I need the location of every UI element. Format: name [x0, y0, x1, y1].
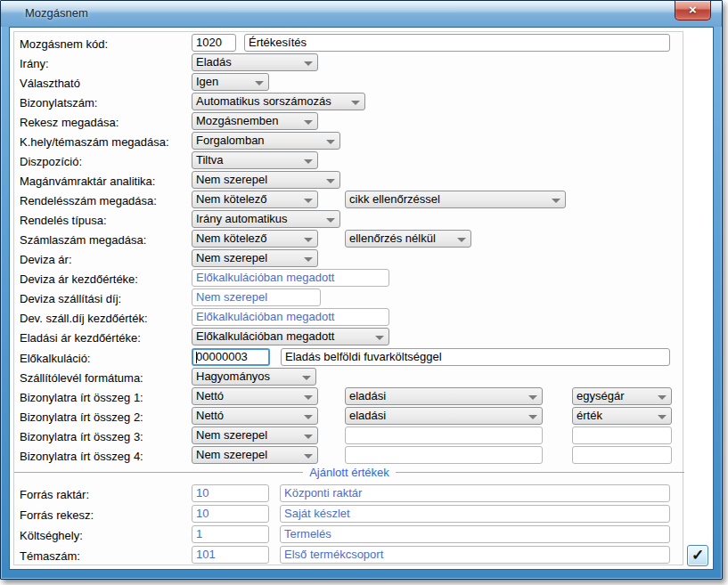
valaszthato-label: Választható: [20, 75, 80, 93]
bizonylatszam-label: Bizonylatszám:: [20, 94, 97, 112]
elokalkulacio-label: Előkalkuláció:: [20, 350, 91, 368]
temaszam-kod-field[interactable]: 101: [192, 546, 269, 564]
chevron-down-icon: [351, 101, 360, 105]
dialog-body: Mozgásnem kód: 1020 Értékesítés Irány: E…: [9, 27, 714, 570]
chevron-down-icon: [304, 257, 313, 262]
szamlaszam-select[interactable]: Nem kötelező: [192, 230, 318, 248]
screen: Mozgásnem × Mozgásnem kód: 1020 Értékesí…: [0, 0, 728, 585]
osszeg3-select[interactable]: Nem szerepel: [192, 427, 318, 444]
chevron-down-icon: [304, 454, 313, 459]
chevron-down-icon: [326, 218, 335, 223]
osszeg1-select[interactable]: Nettó: [192, 387, 318, 405]
deviza-ar-kezdo-field: Előkalkulációban megadott: [192, 269, 389, 287]
chevron-down-icon: [658, 415, 667, 419]
koltseghely-kod-field[interactable]: 1: [192, 525, 269, 543]
rendeles-tipusa-label: Rendelés típusa:: [20, 212, 107, 230]
chevron-down-icon: [304, 61, 313, 66]
chevron-down-icon: [552, 199, 560, 203]
bizonylatszam-select[interactable]: Automatikus sorszámozás: [192, 93, 365, 110]
confirm-checkbox[interactable]: ✓: [687, 545, 708, 566]
osszeg2-ar-select[interactable]: eladási: [345, 407, 543, 425]
chevron-down-icon: [658, 395, 667, 400]
valaszthato-select[interactable]: Igen: [192, 73, 269, 91]
eladasi-ar-kezdo-label: Eladási ár kezdőértéke:: [20, 329, 141, 347]
osszeg4-mod-field: [572, 446, 672, 464]
chevron-down-icon: [302, 376, 311, 380]
koltseghely-nev-field[interactable]: Termelés: [280, 525, 670, 543]
deviza-szall-dij-field: Nem szerepel: [192, 288, 321, 306]
osszeg1-label: Bizonylatra írt összeg 1:: [20, 389, 143, 407]
mozgasnem-nev-input[interactable]: Értékesítés: [244, 34, 670, 52]
dev-szall-dij-kezdo-field: Előkalkulációban megadott: [192, 308, 389, 326]
osszeg2-mod-select[interactable]: érték: [572, 407, 672, 425]
forras-raktar-label: Forrás raktár:: [20, 486, 89, 504]
forras-rekesz-nev-field[interactable]: Saját készlet: [280, 505, 670, 523]
chevron-down-icon: [304, 415, 313, 419]
szamlaszam-ellenorzes-select[interactable]: ellenőrzés nélkül: [345, 230, 471, 248]
khely-temaszam-select[interactable]: Forgalomban: [192, 132, 340, 150]
chevron-down-icon: [528, 395, 537, 400]
chevron-down-icon: [528, 415, 537, 419]
chevron-down-icon: [255, 81, 264, 85]
irany-select[interactable]: Eladás: [192, 53, 318, 71]
elokalkulacio-nev-input[interactable]: Eladás belföldi fuvarköltséggel: [281, 348, 670, 366]
koltseghely-label: Költséghely:: [20, 527, 83, 545]
eladasi-ar-kezdo-select[interactable]: Előkalkulációban megadott: [192, 328, 389, 345]
chevron-down-icon: [304, 238, 313, 242]
chevron-down-icon: [457, 238, 466, 242]
osszeg2-label: Bizonylatra írt összeg 2:: [20, 409, 143, 427]
text-caret: [196, 352, 197, 363]
dev-szall-dij-kezdo-label: Dev. száll.díj kezdőérték:: [20, 310, 148, 328]
rekesz-megadasa-select[interactable]: Mozgásnemben: [192, 112, 318, 130]
diszpozicio-select[interactable]: Tiltva: [192, 151, 318, 169]
divider: [14, 472, 303, 473]
temaszam-label: Témaszám:: [20, 548, 80, 565]
close-button[interactable]: ×: [675, 1, 711, 20]
rendeles-tipusa-select[interactable]: Irány automatikus: [192, 210, 340, 228]
chevron-down-icon: [326, 140, 335, 144]
chevron-down-icon: [304, 395, 313, 400]
chevron-down-icon: [304, 120, 313, 125]
rendelesszam-ellenorzes-select[interactable]: cikk ellenőrzéssel: [345, 191, 566, 208]
temaszam-nev-field[interactable]: Első termékcsoport: [280, 546, 670, 564]
rekesz-megadasa-label: Rekesz megadása:: [20, 114, 119, 132]
elokalkulacio-input[interactable]: 00000003: [192, 348, 270, 366]
deviza-ar-label: Deviza ár:: [20, 251, 72, 269]
rendelesszam-label: Rendelésszám megadása:: [20, 192, 157, 210]
mozgasnem-kod-label: Mozgásnem kód:: [20, 36, 108, 53]
section-title: Ajánlott értékek: [303, 466, 396, 479]
chevron-down-icon: [304, 199, 313, 203]
osszeg4-select[interactable]: Nem szerepel: [192, 446, 318, 464]
osszeg1-ar-select[interactable]: eladási: [345, 387, 543, 405]
osszeg1-mod-select[interactable]: egységár: [572, 387, 672, 405]
szallitolevel-label: Szállítólevél formátuma:: [20, 370, 143, 387]
osszeg3-ar-field: [345, 427, 543, 444]
forras-rekesz-label: Forrás rekesz:: [20, 507, 94, 524]
osszeg4-label: Bizonylatra írt összeg 4:: [20, 448, 143, 466]
suggested-values-separator: Ajánlott értékek: [14, 466, 684, 479]
forras-raktar-kod-field[interactable]: 10: [192, 484, 269, 502]
check-icon: ✓: [691, 547, 704, 564]
chevron-down-icon: [304, 435, 313, 439]
close-icon: ×: [689, 2, 697, 17]
osszeg4-ar-field: [345, 446, 543, 464]
chevron-down-icon: [375, 336, 384, 340]
osszeg2-select[interactable]: Nettó: [192, 407, 318, 425]
osszeg3-label: Bizonylatra írt összeg 3:: [20, 428, 143, 446]
diszpozicio-label: Diszpozíció:: [20, 153, 82, 171]
mozgasnem-dialog: Mozgásnem × Mozgásnem kód: 1020 Értékesí…: [0, 0, 723, 580]
maganvamraktar-label: Magánvámraktár analitika:: [20, 173, 155, 191]
irany-label: Irány:: [20, 55, 49, 73]
chevron-down-icon: [304, 159, 313, 164]
forras-rekesz-kod-field[interactable]: 10: [192, 505, 269, 523]
title-bar[interactable]: Mozgásnem: [1, 1, 722, 27]
rendelesszam-select[interactable]: Nem kötelező: [192, 191, 318, 208]
osszeg3-mod-field: [572, 427, 672, 444]
window-title: Mozgásnem: [25, 6, 88, 20]
maganvamraktar-select[interactable]: Nem szerepel: [192, 171, 340, 189]
khely-temaszam-label: K.hely/témaszám megadása:: [20, 134, 169, 151]
forras-raktar-nev-field[interactable]: Központi raktár: [280, 484, 670, 502]
deviza-ar-select[interactable]: Nem szerepel: [192, 249, 318, 267]
mozgasnem-kod-input[interactable]: 1020: [192, 34, 236, 52]
szallitolevel-select[interactable]: Hagyományos: [192, 368, 316, 386]
